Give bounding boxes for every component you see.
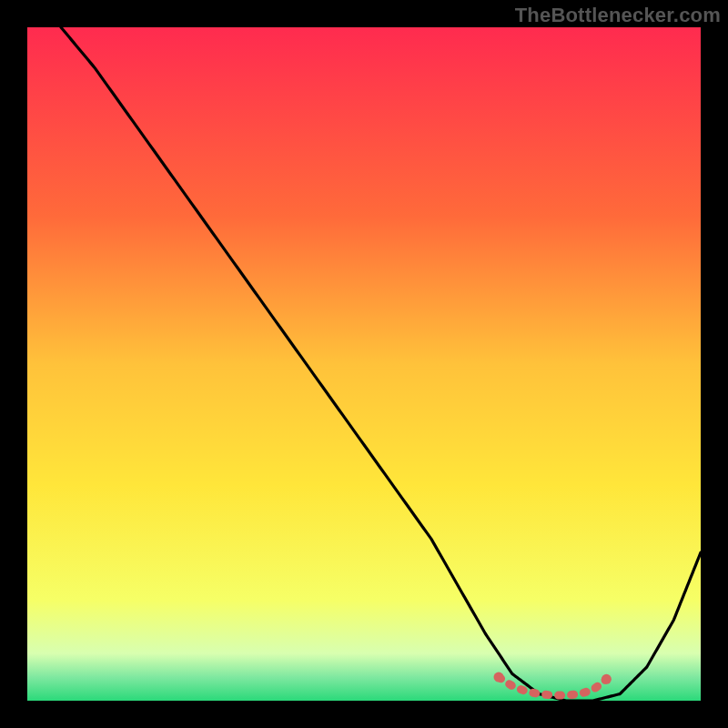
curve-layer (27, 27, 701, 701)
bottleneck-curve (61, 27, 701, 701)
chart-stage: TheBottlenecker.com (0, 0, 728, 728)
optimal-range-dot (499, 677, 606, 695)
optimal-range-endcap (494, 672, 504, 682)
optimal-range-endcap (602, 674, 612, 684)
watermark-text: TheBottlenecker.com (515, 4, 721, 27)
optimal-range-dots (494, 672, 612, 695)
plot-area (27, 27, 701, 701)
